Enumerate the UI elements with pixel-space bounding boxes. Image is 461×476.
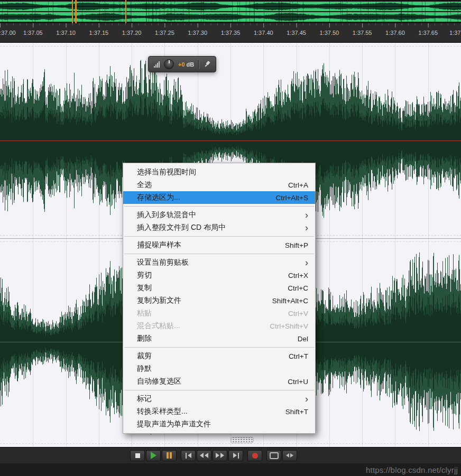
menu-separator [124,347,314,348]
menu-item-cut[interactable]: 剪切 Ctrl+X [123,269,315,282]
menu-separator [124,206,314,207]
menu-item-paste[interactable]: 粘贴 Ctrl+V [123,307,315,320]
menu-item-label: 剪切 [137,270,152,280]
timeline-label: 1:37.35 [221,30,241,36]
menu-item-label: 复制 [137,283,152,293]
timeline-label: 1:37.45 [287,30,306,36]
menu-item-label: 复制为新文件 [137,296,181,305]
level-meter-icon [154,61,160,68]
pin-icon[interactable] [202,59,212,69]
skip-to-start-icon [188,453,191,458]
submenu-arrow-icon: › [305,258,308,267]
menu-item-select-all[interactable]: 全选 Ctrl+A [123,179,315,191]
volume-value: +0 [178,61,185,68]
timeline-label: 1:37.70 [449,30,461,36]
menu-item-extract-channels-to-mono[interactable]: 提取声道为单声道文件 [123,418,315,431]
menu-item-label: 捕捉噪声样本 [137,240,181,250]
menu-item-silence[interactable]: 静默 [123,362,315,375]
menu-item-shortcut: Ctrl+A [288,181,308,189]
menu-item-convert-sample-type[interactable]: 转换采样类型... Shift+T [123,405,315,418]
menu-item-label: 全选 [137,180,152,190]
skip-selection-button[interactable] [282,450,297,461]
menu-item-label: 自动修复选区 [137,377,181,386]
play-button[interactable] [146,450,161,461]
menu-item-shortcut: Ctrl+C [288,284,308,292]
transport-bar [0,447,461,463]
timeline-label: 1:37.30 [188,30,207,36]
menu-item-shortcut: Ctrl+Shift+V [270,322,308,330]
watermark-text: https://blog.csdn.net/clyrjj [366,465,458,474]
menu-item-crop[interactable]: 裁剪 Ctrl+T [123,350,315,362]
skip-to-end-icon [238,453,239,459]
loop-playback-button[interactable] [266,450,281,461]
submenu-arrow-icon: › [305,210,308,220]
menu-item-mix-paste[interactable]: 混合式粘贴... Ctrl+Shift+V [123,320,315,332]
skip-selection-icon [290,453,293,458]
menu-item-insert-into-cd-layout[interactable]: 插入整段文件到 CD 布局中 › [123,221,315,234]
menu-item-shortcut: Ctrl+U [288,378,308,386]
record-button[interactable] [247,450,262,461]
rewind-icon [200,453,204,458]
volume-hud: +0 dB [148,56,216,72]
menu-item-shortcut: Ctrl+Alt+S [275,194,308,202]
timeline-ruler[interactable]: 1:37.00 1:37.05 1:37.10 1:37.15 1:37.20 … [0,23,461,43]
timeline-label: 1:37.60 [385,30,405,36]
pause-icon [167,452,169,459]
timeline-label: 1:37.25 [155,30,174,36]
menu-item-auto-heal-selection[interactable]: 自动修复选区 Ctrl+U [123,375,315,388]
volume-readout: +0 dB [178,61,194,68]
play-icon [151,452,156,459]
menu-item-set-current-clipboard[interactable]: 设置当前剪贴板 › [123,256,315,269]
submenu-arrow-icon: › [305,223,308,232]
menu-item-copy-to-new-file[interactable]: 复制为新文件 Shift+Alt+C [123,294,315,307]
loop-icon [270,452,279,459]
timeline-label: 1:37.10 [56,30,76,36]
menu-item-label: 提取声道为单声道文件 [137,419,211,429]
overview-minimap[interactable] [0,0,461,23]
stop-icon [135,453,140,458]
rewind-button[interactable] [197,450,211,461]
timeline-label: 1:37.50 [319,30,339,36]
record-icon [252,453,258,459]
timeline-label: 1:37.15 [89,30,108,36]
volume-unit: dB [187,61,195,68]
menu-item-select-current-view-time[interactable]: 选择当前视图时间 [123,166,315,179]
menu-item-label: 混合式粘贴... [137,321,180,331]
volume-knob[interactable] [164,59,174,69]
timeline-label: 1:37.55 [353,30,372,36]
menu-item-insert-into-multitrack[interactable]: 插入到多轨混音中 › [123,209,315,221]
menu-item-label: 转换采样类型... [137,407,188,416]
menu-item-copy[interactable]: 复制 Ctrl+C [123,282,315,294]
fast-forward-button[interactable] [213,450,227,461]
menu-item-shortcut: Shift+P [285,241,308,249]
menu-item-save-selection-as[interactable]: 存储选区为... Ctrl+Alt+S [123,191,315,204]
menu-item-shortcut: Ctrl+X [288,272,308,279]
horizontal-scrollbar-thumb[interactable] [230,437,254,443]
menu-item-delete[interactable]: 删除 Del [123,332,315,345]
context-menu: 选择当前视图时间 全选 Ctrl+A 存储选区为... Ctrl+Alt+S 插… [123,163,316,434]
skip-to-end-button[interactable] [228,450,243,461]
menu-item-shortcut: Ctrl+T [289,352,308,360]
pause-button[interactable] [162,450,177,461]
timeline-label: 1:37.00 [0,30,16,36]
audio-editor-window: 1:37.00 1:37.05 1:37.10 1:37.15 1:37.20 … [0,0,461,476]
menu-item-capture-noise-print[interactable]: 捕捉噪声样本 Shift+P [123,239,315,251]
menu-item-label: 插入整段文件到 CD 布局中 [137,223,226,232]
menu-item-label: 粘贴 [137,309,152,318]
menu-item-label: 裁剪 [137,351,152,361]
menu-item-shortcut: Shift+Alt+C [272,297,308,305]
menu-item-label: 删除 [137,334,152,343]
menu-item-label: 静默 [137,364,152,374]
menu-item-shortcut: Ctrl+V [288,310,308,318]
menu-item-label: 插入到多轨混音中 [137,210,196,220]
skip-to-start-button[interactable] [181,450,196,461]
menu-item-label: 标记 [137,394,152,404]
timeline-label: 1:37.65 [418,30,438,36]
submenu-arrow-icon: › [305,394,308,404]
timeline-label: 1:37.05 [23,30,43,36]
menu-item-label: 选择当前视图时间 [137,167,196,177]
menu-separator [124,390,314,390]
stop-button[interactable] [130,450,145,461]
rewind-icon [205,453,208,458]
menu-item-marker[interactable]: 标记 › [123,393,315,405]
